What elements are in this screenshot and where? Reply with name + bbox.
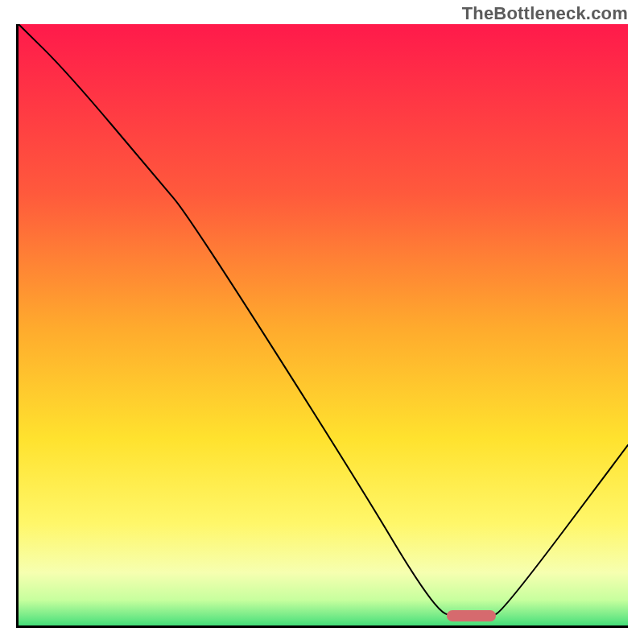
bottleneck-curve xyxy=(19,24,628,625)
optimal-range-marker xyxy=(447,610,496,621)
plot-area xyxy=(16,24,628,628)
chart-frame: TheBottleneck.com xyxy=(0,0,644,644)
watermark-text: TheBottleneck.com xyxy=(462,3,628,24)
